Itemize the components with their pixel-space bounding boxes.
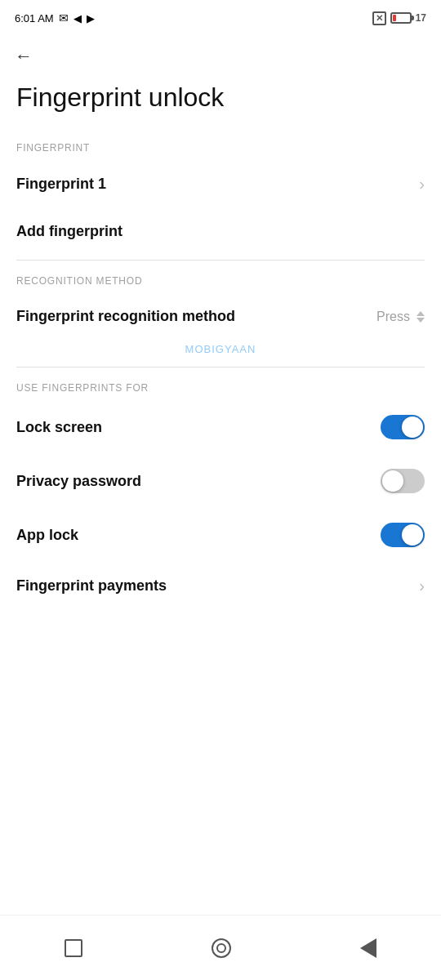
use-fingerprints-section-label: USE FINGERPRINTS FOR [0,372,441,400]
nav-circle-wrap [212,938,231,958]
recognition-method-value[interactable]: Press [376,310,425,324]
recognition-method-current: Press [376,310,410,324]
recognition-method-label: Fingerprint recognition method [16,308,235,325]
lock-screen-label: Lock screen [16,419,102,436]
status-time: 6:01 AM ✉ ◀ ▶ [15,11,95,24]
nav-back-button[interactable] [48,931,99,965]
app-lock-label: App lock [16,527,78,544]
battery-fill [393,15,396,21]
fingerprint-payments-chevron-icon: › [419,577,425,595]
battery-icon [390,12,412,24]
fingerprint-1-item[interactable]: Fingerprint 1 › [0,160,441,208]
recognition-section-label: RECOGNITION METHOD [0,265,441,293]
navigation-icon: ◀ [74,12,82,24]
nav-square-icon [65,939,82,957]
fingerprint-1-chevron-icon: › [419,175,425,194]
divider-2 [16,367,425,368]
lock-screen-item[interactable]: Lock screen [0,400,441,454]
fingerprint-payments-item[interactable]: Fingerprint payments › [0,562,441,610]
nav-recent-button[interactable] [344,930,393,966]
media-icon: ▶ [87,12,95,24]
add-fingerprint-item[interactable]: Add fingerprint [0,208,441,255]
nav-circle-inner-icon [216,943,226,953]
divider-1 [16,260,425,261]
back-button[interactable]: ← [0,33,441,74]
app-lock-toggle-knob [402,524,423,546]
status-bar: 6:01 AM ✉ ◀ ▶ ✕ 17 [0,0,441,33]
watermark: MOBIGYAAN [0,340,441,362]
nav-home-button[interactable] [195,930,247,966]
battery-percent: 17 [416,12,426,24]
page-title: Fingerprint unlock [0,74,441,132]
time-text: 6:01 AM [15,12,54,24]
sort-up-icon [416,311,425,316]
privacy-password-item[interactable]: Privacy password [0,454,441,508]
fingerprint-section-label: FINGERPRINT [0,132,441,160]
fingerprint-1-label: Fingerprint 1 [16,176,106,193]
sort-icon [416,311,425,323]
app-lock-toggle[interactable] [381,523,425,547]
privacy-password-label: Privacy password [16,473,141,490]
lock-screen-toggle-knob [402,416,423,438]
privacy-password-toggle-knob [382,470,403,492]
nav-triangle-icon [360,938,376,958]
privacy-password-toggle[interactable] [381,469,425,493]
sim-icon: ✕ [372,11,386,25]
lock-screen-toggle[interactable] [381,415,425,439]
back-arrow-icon: ← [15,46,33,66]
fingerprint-payments-label: Fingerprint payments [16,577,167,595]
mail-icon: ✉ [59,11,69,24]
fingerprint-recognition-method-item[interactable]: Fingerprint recognition method Press [0,293,441,340]
add-fingerprint-label: Add fingerprint [16,223,122,240]
bottom-nav [0,915,441,980]
status-right-icons: ✕ 17 [372,11,426,25]
app-lock-item[interactable]: App lock [0,508,441,562]
sort-down-icon [416,318,425,323]
